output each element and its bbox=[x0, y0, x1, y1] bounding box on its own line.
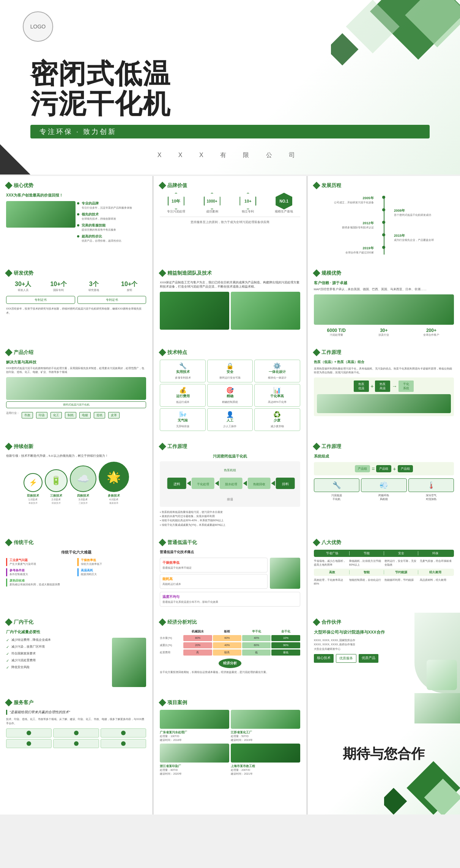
rd-num-1: 30+人 bbox=[6, 280, 40, 288]
case-4: 上海市某市政工程 处理量：200T/D 建设时间：2021年 bbox=[231, 744, 300, 776]
stat-label-3: 独立专利 bbox=[232, 209, 264, 214]
comp-1: 🔧 污泥低温干化机 bbox=[314, 478, 359, 501]
case-3: 浙江省某印染厂 处理量：80T/D 建设时间：2020年 bbox=[160, 744, 229, 776]
dot-1 bbox=[382, 196, 385, 199]
onsite-content: ✓ 减少转运费用，降低企业成本 ✓ 减少污染，改善厂区环境 ✓ 符合国家政策要求… bbox=[6, 638, 146, 687]
prob-desc-2: 传统方法效率低下 bbox=[81, 562, 147, 566]
client-dot-6 bbox=[121, 741, 126, 746]
adv-bot-3: 节约能源 bbox=[384, 570, 419, 574]
inno-desc-2: 双效技术 bbox=[45, 502, 68, 505]
slide-title: 普通低温干化 bbox=[160, 539, 300, 546]
case-name-3: 浙江省某印染厂 bbox=[160, 764, 229, 768]
principle-desc: 采用热泵循环利用热量处理污泥干化，具有低能耗、无污染的优点。热泵干化系统利用逆向… bbox=[314, 367, 454, 374]
inno-icon-4: 🌟 bbox=[107, 470, 121, 484]
tech-name-2: 安全 bbox=[210, 370, 250, 374]
tech-name-3: 一体化设计 bbox=[257, 370, 297, 374]
diamond-icon bbox=[5, 269, 13, 277]
comparison-chart: 机械脱水 板框 半干化 全干化 含水量(%) 80% 60% 40% 10% 减… bbox=[160, 629, 300, 656]
year-4: 2015年 bbox=[394, 233, 434, 238]
comp-3: 🌡️ 深冷空气对流加热 bbox=[408, 478, 454, 501]
rd-stat-2: 10+个 国际专利 bbox=[41, 280, 75, 292]
prob-desc-1: 产生大量废气污染环境 bbox=[9, 562, 75, 566]
pain-point-1: 干燥效率低 普通低温干化效率不稳定 bbox=[160, 558, 267, 572]
logo-text: LOGO bbox=[30, 24, 46, 30]
diamond-icon bbox=[5, 539, 13, 546]
inno-ver-3: 3.0技术 bbox=[70, 498, 96, 502]
svg-rect-3 bbox=[331, 33, 358, 66]
industry-3: 化工 bbox=[50, 412, 62, 418]
check-5: ✓ bbox=[6, 665, 9, 670]
timeline-content-5: 2019年 全球合作客户超过200家 bbox=[345, 246, 378, 255]
industry-1: 市政 bbox=[22, 412, 33, 418]
flow-arrow-1: + bbox=[370, 383, 373, 389]
adv-bottom-bar: 高效 智能 节约能源 经久耐用 bbox=[314, 569, 454, 576]
divider bbox=[160, 217, 300, 217]
adv-header-bar: 节省广场 节能 安全 环保 bbox=[314, 550, 454, 557]
svg-text:排湿: 排湿 bbox=[227, 498, 233, 501]
timeline-item-1: 2005年 公司成立，开始研发污泥干化设备 bbox=[314, 196, 454, 204]
tech-name-8: 人工 bbox=[210, 418, 250, 423]
timeline-item-4: 2015年 成为行业领先企业，产品覆盖全球 bbox=[314, 233, 454, 242]
pain-title-3: 温度不均匀 bbox=[162, 594, 297, 599]
col-3: 半干化 bbox=[242, 629, 271, 634]
client-dot-4 bbox=[27, 741, 31, 746]
product-desc: XXX密闭式低温污泥干化机拥有独特的干化处理方案，采用国际领先技术制造，处理废水… bbox=[6, 366, 146, 374]
dot-5 bbox=[382, 246, 385, 249]
onsite-item-3: ✓ 符合国家政策要求 bbox=[6, 651, 109, 656]
tech-icon-5: 🎯 bbox=[210, 387, 250, 394]
industry-4: 制纸 bbox=[65, 412, 76, 418]
rd-stat-1: 30+人 研发人员 bbox=[6, 280, 40, 292]
pain-desc-3: 普通低温干化系统温度分布不均，影响干化效果 bbox=[162, 600, 297, 604]
bar-2-3: 60% bbox=[242, 642, 271, 648]
p2-item-3: • 传统干化耗能比高达30%-40%，本系统节能60%以上 bbox=[160, 518, 300, 522]
adv-label: 领先的技术 bbox=[82, 212, 116, 217]
onsite-item-5: ✓ 降低安全风险 bbox=[6, 665, 109, 670]
hex-3: 10+ bbox=[239, 193, 256, 209]
flow-box-2: 热泵高温 bbox=[375, 381, 390, 392]
inno-icon-3: ☁️ bbox=[77, 473, 89, 485]
formula-row: 产品组 = 产品组 + 产品组 bbox=[317, 465, 451, 472]
prob-1: 工业废气问题 产生大量废气污染环境 bbox=[6, 558, 75, 566]
prob-5: 废热回收难 废热难以有效回收利用，造成大量能源浪费 bbox=[6, 579, 146, 587]
pain-point-3: 温度不均匀 普通低温干化系统温度分布不均，影响干化效果 bbox=[160, 592, 300, 607]
adv-top-row: 节省场地，减少占地面积，提高土地利用率 降低能耗，比传统方法节能60%以上 密闭… bbox=[314, 559, 454, 567]
diamond-icon bbox=[159, 443, 166, 450]
pain-title-2: 能耗高 bbox=[162, 577, 265, 582]
bullet-4: 超高的性价比 优质产品，合理价格，超高性价比 bbox=[77, 234, 147, 243]
tech-icon-2: 🔒 bbox=[210, 362, 250, 370]
tech-icon-4: 💰 bbox=[162, 387, 203, 394]
slide-tech: 技术特点 🔧 实用技术 多项专利技术 🔒 安全 密闭运行安全可靠 ⚙️ 一体化设… bbox=[154, 343, 306, 437]
formula-part-1: 产品组 bbox=[355, 465, 370, 472]
hex-1: 10年 bbox=[168, 193, 184, 209]
slide-principle-3: 工作原理 系统组成 产品组 = 产品组 + 产品组 🔧 污泥低温干化机 bbox=[308, 437, 460, 533]
pain-desc-1: 普通低温干化效率不稳定 bbox=[162, 566, 265, 570]
tech-9: ♻️ 少废 减少废弃物 bbox=[254, 408, 300, 431]
slide-title: 精益制造团队及技术 bbox=[160, 270, 300, 277]
rd-label-1: 研发人员 bbox=[6, 288, 40, 292]
case-name-2: 江苏省某化工厂 bbox=[231, 730, 300, 734]
rd-num-3: 3个 bbox=[77, 280, 111, 288]
bar-1-2: 60% bbox=[213, 635, 241, 641]
slide-title: 厂内干化 bbox=[6, 619, 146, 626]
inno-ver-1: 1.0技术 bbox=[24, 498, 43, 502]
dot bbox=[77, 213, 79, 215]
bar-1-4: 10% bbox=[271, 635, 300, 641]
patent-box-1: 专利证书 bbox=[6, 296, 75, 304]
tech-name-9: 少废 bbox=[257, 418, 297, 423]
slide-title: 核心优势 bbox=[6, 182, 146, 189]
lowtemp-diagram: 干燥效率低 普通低温干化效率不稳定 能耗高 高能耗运行成本 bbox=[160, 558, 300, 589]
slide-onsite: 厂内干化 厂内干化减量必要性 ✓ 减少转运费用，降低企业成本 ✓ 减少污染，改善… bbox=[0, 613, 152, 693]
svg-text:脱水处理: 脱水处理 bbox=[225, 483, 237, 486]
slide-title: 发展历程 bbox=[314, 182, 454, 189]
client-logo-1 bbox=[6, 728, 52, 737]
slide-brand-value: 品牌价值 10年 专注污泥处理 1000+ 成功案例 10+ 独立专利 NO.1… bbox=[154, 176, 306, 264]
slide-title: 八大优势 bbox=[314, 539, 454, 546]
client-logo-2 bbox=[53, 728, 99, 737]
tech-desc-1: 多项专利技术 bbox=[162, 376, 203, 380]
lowtemp-left: 干燥效率低 普通低温干化效率不稳定 能耗高 高能耗运行成本 bbox=[160, 558, 267, 589]
industry-label: 适用行业： bbox=[6, 411, 19, 419]
slide-history: 发展历程 2005年 公司成立，开始研发污泥干化设备 200 bbox=[308, 176, 460, 264]
inno-circle-1: ⚡ bbox=[24, 473, 43, 492]
prob-2: 干燥效率低 传统方法效率低下 bbox=[77, 558, 147, 566]
case-year-4: 建设时间：2021年 bbox=[231, 772, 300, 776]
